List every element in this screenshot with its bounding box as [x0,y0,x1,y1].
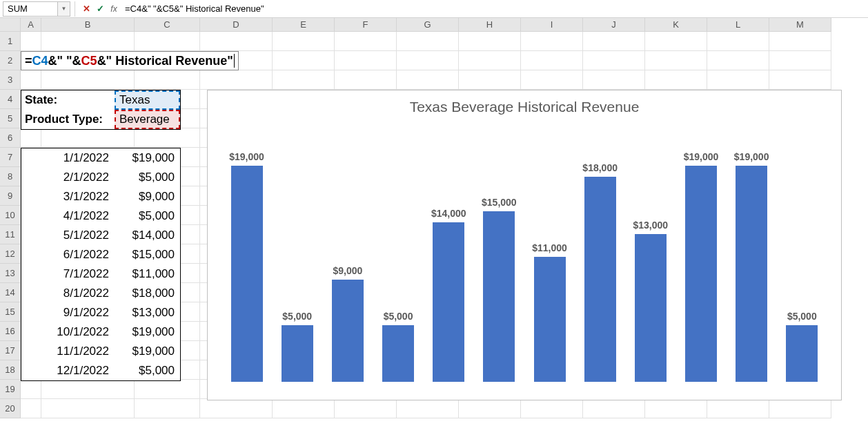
data-table: 1/1/2022$19,0002/1/2022$5,0003/1/2022$9,… [21,148,181,381]
row-header-4[interactable]: 4 [0,90,21,109]
name-box[interactable]: SUM [3,1,58,17]
row-header-15[interactable]: 15 [0,302,21,322]
bar-data-label: $5,000 [282,311,312,322]
table-row[interactable]: 7/1/2022$11,000 [21,264,180,284]
amount-cell: $15,000 [115,245,180,264]
bar[interactable] [786,325,818,383]
bar-group: $9,000 [326,265,370,383]
cancel-icon[interactable]: ✕ [79,1,93,17]
date-cell: 6/1/2022 [21,245,115,264]
row-header-6[interactable]: 6 [0,128,21,148]
date-cell: 1/1/2022 [21,148,115,168]
column-header-m[interactable]: M [769,18,831,32]
amount-cell: $5,000 [115,168,180,187]
table-row[interactable]: 12/1/2022$5,000 [21,361,180,380]
bar-data-label: $19,000 [229,151,264,162]
amount-cell: $5,000 [115,361,180,380]
row-header-17[interactable]: 17 [0,341,21,360]
bar[interactable] [635,234,667,383]
date-cell: 5/1/2022 [21,226,115,245]
amount-cell: $14,000 [115,226,180,245]
name-box-dropdown[interactable]: ▼ [58,1,70,17]
column-header-l[interactable]: L [707,18,769,32]
column-header-i[interactable]: I [521,18,583,32]
bar[interactable] [433,222,464,382]
bar[interactable] [534,257,566,383]
enter-icon[interactable]: ✓ [93,1,107,17]
date-cell: 12/1/2022 [21,361,115,380]
table-row[interactable]: 11/1/2022$19,000 [21,342,180,361]
formula-input[interactable] [121,1,868,17]
bar[interactable] [584,177,616,382]
bar-group: $18,000 [578,162,622,382]
date-cell: 9/1/2022 [21,303,115,322]
table-row[interactable]: 3/1/2022$9,000 [21,187,180,206]
bar[interactable] [483,211,515,383]
column-headers: ABCDEFGHIJKLM [0,18,868,32]
table-row[interactable]: 5/1/2022$14,000 [21,226,180,245]
row-header-19[interactable]: 19 [0,380,21,399]
bar-data-label: $14,000 [431,208,466,219]
bar-group: $14,000 [426,208,471,382]
date-cell: 7/1/2022 [21,264,115,284]
row-header-10[interactable]: 10 [0,206,21,225]
bar[interactable] [332,280,364,383]
bar-group: $5,000 [376,311,420,383]
bar-data-label: $9,000 [333,265,362,276]
table-row[interactable]: 10/1/2022$19,000 [21,322,180,342]
fx-icon[interactable]: fx [107,1,121,17]
state-value-cell[interactable]: Texas [115,90,180,110]
table-row[interactable]: 6/1/2022$15,000 [21,245,180,264]
amount-cell: $19,000 [115,322,180,342]
row-header-16[interactable]: 16 [0,322,21,341]
editing-cell-b2[interactable]: =C4&" "&C5&" Historical Revenue" [21,51,239,70]
row-header-3[interactable]: 3 [0,70,21,90]
bar-group: $19,000 [729,151,773,383]
row-header-2[interactable]: 2 [0,51,21,70]
chart[interactable]: Texas Beverage Historical Revenue $19,00… [207,90,842,400]
column-header-f[interactable]: F [335,18,397,32]
bar[interactable] [736,166,767,383]
column-header-c[interactable]: C [135,18,200,32]
table-row[interactable]: 9/1/2022$13,000 [21,303,180,322]
row-header-12[interactable]: 12 [0,244,21,264]
bar[interactable] [382,325,414,383]
column-header-d[interactable]: D [200,18,273,32]
product-type-value-cell[interactable]: Beverage [115,110,180,129]
bar-group: $5,000 [780,311,824,383]
bar-data-label: $5,000 [384,311,413,322]
row-header-18[interactable]: 18 [0,360,21,380]
date-cell: 3/1/2022 [21,187,115,206]
cells-area[interactable]: =C4&" "&C5&" Historical Revenue" State: … [21,32,868,418]
row-header-7[interactable]: 7 [0,148,21,167]
column-header-b[interactable]: B [41,18,135,32]
column-header-h[interactable]: H [459,18,521,32]
column-header-k[interactable]: K [645,18,707,32]
row-header-8[interactable]: 8 [0,167,21,186]
table-row[interactable]: 1/1/2022$19,000 [21,148,180,168]
column-header-g[interactable]: G [397,18,459,32]
chart-title: Texas Beverage Historical Revenue [208,90,841,119]
table-row[interactable]: 2/1/2022$5,000 [21,168,180,187]
state-label: State: [21,90,115,110]
formula-bar: SUM ▼ ✕ ✓ fx [0,0,868,18]
row-header-9[interactable]: 9 [0,186,21,206]
column-header-j[interactable]: J [583,18,645,32]
row-header-11[interactable]: 11 [0,225,21,244]
table-row[interactable]: 8/1/2022$18,000 [21,284,180,303]
column-header-e[interactable]: E [273,18,335,32]
date-cell: 8/1/2022 [21,284,115,303]
row-header-20[interactable]: 20 [0,399,21,418]
bar[interactable] [282,325,313,383]
column-header-a[interactable]: A [21,18,41,32]
bar[interactable] [685,166,717,383]
row-header-1[interactable]: 1 [0,32,21,51]
table-row[interactable]: 4/1/2022$5,000 [21,206,180,226]
row-header-13[interactable]: 13 [0,264,21,283]
bar[interactable] [231,166,263,383]
amount-cell: $5,000 [115,206,180,226]
bar-data-label: $13,000 [633,220,669,231]
row-header-14[interactable]: 14 [0,283,21,302]
select-all-corner[interactable] [0,18,21,32]
row-header-5[interactable]: 5 [0,109,21,128]
